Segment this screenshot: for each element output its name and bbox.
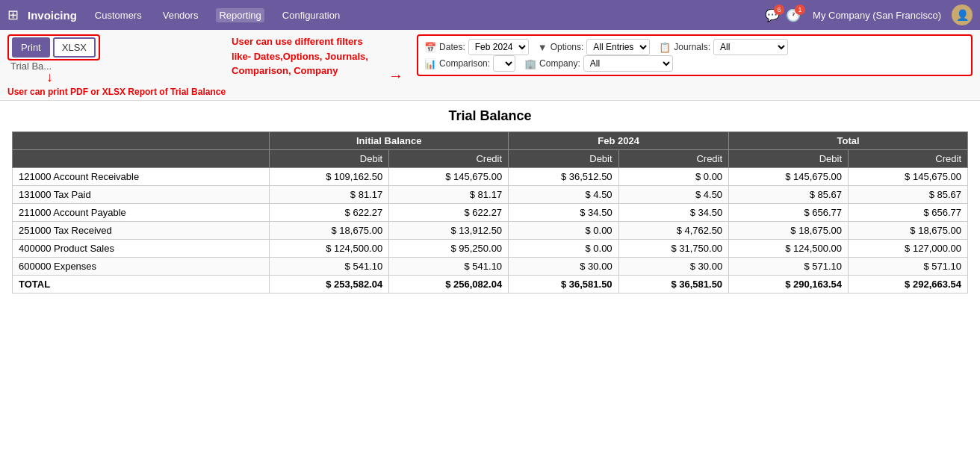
nav-vendors[interactable]: Vendors bbox=[160, 8, 202, 22]
nav-items: Customers Vendors Reporting Configuratio… bbox=[92, 8, 765, 22]
sub-feb-credit: Credit bbox=[618, 150, 729, 168]
cell-feb-debit: $ 0.00 bbox=[509, 240, 619, 258]
company-icon: 🏢 bbox=[524, 58, 536, 69]
cell-tot-credit: $ 145,675.00 bbox=[849, 168, 968, 186]
cell-feb-credit: $ 4.50 bbox=[618, 186, 729, 204]
cell-feb-debit: $ 36,512.50 bbox=[509, 168, 619, 186]
cell-account: 121000 Account Receivable bbox=[13, 168, 270, 186]
company-select[interactable]: All bbox=[583, 55, 673, 72]
dates-select[interactable]: Feb 2024 bbox=[468, 39, 529, 55]
cell-account: 251000 Tax Received bbox=[13, 222, 270, 240]
comparison-label: Comparison: bbox=[439, 58, 490, 69]
journal-icon: 📋 bbox=[659, 42, 671, 53]
options-select[interactable]: All Entries bbox=[586, 39, 650, 55]
cell-ib-debit: $ 81.17 bbox=[270, 186, 389, 204]
journals-label: Journals: bbox=[674, 42, 710, 52]
cell-feb-debit: $ 34.50 bbox=[509, 204, 619, 222]
nav-customers[interactable]: Customers bbox=[92, 8, 145, 22]
calendar-icon: 📅 bbox=[424, 42, 436, 53]
col-total-header: Total bbox=[729, 132, 968, 150]
cell-ib-debit: $ 109,162.50 bbox=[270, 168, 389, 186]
col-feb-header: Feb 2024 bbox=[509, 132, 729, 150]
xlsx-button[interactable]: XLSX bbox=[53, 37, 96, 58]
avatar[interactable]: 👤 bbox=[952, 4, 973, 25]
cell-tot-credit: $ 127,000.00 bbox=[849, 240, 968, 258]
cell-account: 131000 Tax Paid bbox=[13, 186, 270, 204]
cell-feb-credit: $ 4,762.50 bbox=[618, 222, 729, 240]
print-button[interactable]: Print bbox=[12, 37, 50, 58]
cell-ib-debit: $ 18,675.00 bbox=[270, 222, 389, 240]
cell-ib-credit: $ 145,675.00 bbox=[389, 168, 509, 186]
total-ib-credit: $ 256,082.04 bbox=[389, 276, 509, 294]
total-label: TOTAL bbox=[13, 276, 270, 294]
col-initial-balance-header: Initial Balance bbox=[270, 132, 509, 150]
nav-reporting[interactable]: Reporting bbox=[216, 8, 264, 22]
report-title: Trial Balance bbox=[12, 108, 968, 124]
table-body: 121000 Account Receivable $ 109,162.50 $… bbox=[13, 168, 968, 294]
cell-ib-debit: $ 124,500.00 bbox=[270, 240, 389, 258]
total-row: TOTAL $ 253,582.04 $ 256,082.04 $ 36,581… bbox=[13, 276, 968, 294]
cell-ib-debit: $ 622.27 bbox=[270, 204, 389, 222]
print-xlsx-box: Print XLSX bbox=[7, 34, 100, 60]
arrow-down-icon: ↓ bbox=[46, 70, 53, 84]
journals-select[interactable]: All bbox=[713, 39, 788, 55]
dates-filter: 📅 Dates: Feb 2024 bbox=[424, 39, 529, 55]
options-label: Options: bbox=[551, 42, 584, 52]
sub-account bbox=[13, 150, 270, 168]
cell-tot-debit: $ 145,675.00 bbox=[729, 168, 849, 186]
nav-right: 💬 6 🕐 1 My Company (San Francisco) 👤 bbox=[765, 4, 973, 25]
col-group-header: Initial Balance Feb 2024 Total bbox=[13, 132, 968, 150]
activities-icon[interactable]: 🕐 1 bbox=[786, 8, 801, 22]
cell-ib-credit: $ 81.17 bbox=[389, 186, 509, 204]
cell-feb-credit: $ 31,750.00 bbox=[618, 240, 729, 258]
company-label: Company: bbox=[539, 58, 580, 69]
sub-header-row: Debit Credit Debit Credit Debit Credit bbox=[13, 150, 968, 168]
filters-row-1: 📅 Dates: Feb 2024 ▼ Options: All Entries bbox=[424, 39, 965, 55]
cell-tot-debit: $ 124,500.00 bbox=[729, 240, 849, 258]
main-content: Trial Balance Initial Balance Feb 2024 T… bbox=[0, 101, 980, 301]
left-side: Print XLSX Trial Ba... ↓ User can print … bbox=[7, 34, 226, 99]
total-tot-credit: $ 292,663.54 bbox=[849, 276, 968, 294]
cell-tot-debit: $ 656.77 bbox=[729, 204, 849, 222]
col-account-header bbox=[13, 132, 270, 150]
comparison-select[interactable] bbox=[493, 55, 515, 72]
trial-balance-table: Initial Balance Feb 2024 Total Debit Cre… bbox=[12, 131, 968, 294]
cell-tot-debit: $ 85.67 bbox=[729, 186, 849, 204]
table-row: 121000 Account Receivable $ 109,162.50 $… bbox=[13, 168, 968, 186]
filters-wrapper: 📅 Dates: Feb 2024 ▼ Options: All Entries bbox=[417, 34, 973, 76]
sub-feb-debit: Debit bbox=[509, 150, 619, 168]
table-row: 600000 Expenses $ 541.10 $ 541.10 $ 30.0… bbox=[13, 258, 968, 276]
filters-row-2: 📊 Comparison: 🏢 Company: All bbox=[424, 55, 965, 72]
cell-ib-debit: $ 541.10 bbox=[270, 258, 389, 276]
cell-tot-debit: $ 571.10 bbox=[729, 258, 849, 276]
messages-icon[interactable]: 💬 6 bbox=[765, 8, 780, 22]
cell-tot-credit: $ 571.10 bbox=[849, 258, 968, 276]
cell-ib-credit: $ 541.10 bbox=[389, 258, 509, 276]
company-name: My Company (San Francisco) bbox=[813, 10, 941, 21]
toolbar-area: Print XLSX Trial Ba... ↓ User can print … bbox=[0, 30, 980, 101]
filters-callout-area: User can use different filters like- Dat… bbox=[232, 34, 411, 78]
total-tot-debit: $ 290,163.54 bbox=[729, 276, 849, 294]
cell-ib-credit: $ 622.27 bbox=[389, 204, 509, 222]
top-nav: ⊞ Invoicing Customers Vendors Reporting … bbox=[0, 0, 980, 30]
table-row: 400000 Product Sales $ 124,500.00 $ 95,2… bbox=[13, 240, 968, 258]
grid-icon[interactable]: ⊞ bbox=[7, 7, 19, 23]
filters-section: 📅 Dates: Feb 2024 ▼ Options: All Entries bbox=[417, 34, 973, 76]
total-ib-debit: $ 253,582.04 bbox=[270, 276, 389, 294]
sub-ib-credit: Credit bbox=[389, 150, 509, 168]
app-name[interactable]: Invoicing bbox=[28, 9, 77, 22]
nav-configuration[interactable]: Configuration bbox=[279, 8, 343, 22]
cell-feb-debit: $ 30.00 bbox=[509, 258, 619, 276]
total-feb-debit: $ 36,581.50 bbox=[509, 276, 619, 294]
comparison-filter: 📊 Comparison: bbox=[424, 55, 515, 72]
funnel-icon: ▼ bbox=[538, 42, 548, 53]
total-feb-credit: $ 36,581.50 bbox=[618, 276, 729, 294]
company-filter: 🏢 Company: All bbox=[524, 55, 673, 72]
cell-feb-credit: $ 34.50 bbox=[618, 204, 729, 222]
cell-feb-debit: $ 0.00 bbox=[509, 222, 619, 240]
cell-ib-credit: $ 95,250.00 bbox=[389, 240, 509, 258]
arrow-right-icon: → bbox=[388, 67, 403, 84]
chart-icon: 📊 bbox=[424, 58, 436, 69]
cell-account: 600000 Expenses bbox=[13, 258, 270, 276]
journals-filter: 📋 Journals: All bbox=[659, 39, 788, 55]
